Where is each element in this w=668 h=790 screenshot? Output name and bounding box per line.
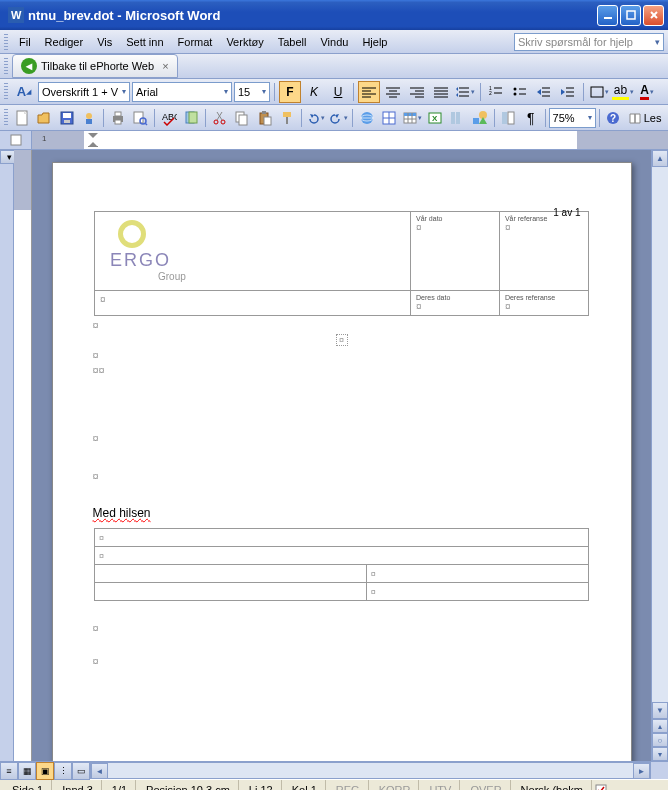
menu-file[interactable]: Fil (12, 34, 38, 50)
signature-table[interactable]: ¤ ¤ ¤ ¤ (94, 528, 589, 601)
save-button[interactable] (56, 107, 78, 129)
page[interactable]: 1 av 1 ERGO Group Vår dato ¤ (52, 162, 632, 761)
new-doc-button[interactable] (11, 107, 33, 129)
menu-tools[interactable]: Verktøy (219, 34, 270, 50)
insert-table-button[interactable]: ▾ (401, 107, 423, 129)
table-cell[interactable]: ¤ (366, 583, 588, 601)
normal-view-button[interactable]: ≡ (0, 762, 18, 780)
italic-button[interactable]: K (303, 81, 325, 103)
drawing-button[interactable] (469, 107, 491, 129)
menu-table[interactable]: Tabell (271, 34, 314, 50)
your-ref-cell[interactable]: Deres referanse ¤ (499, 291, 588, 316)
bold-button[interactable]: F (279, 81, 301, 103)
back-to-ephorte-button[interactable]: ◄ Tilbake til ePhorte Web × (12, 54, 178, 78)
align-center-button[interactable] (382, 81, 404, 103)
status-page[interactable]: Side 1 (4, 780, 52, 790)
borders-button[interactable]: ▾ (588, 81, 610, 103)
read-mode-button[interactable]: Les (625, 107, 664, 129)
our-ref-cell[interactable]: Vår referanse ¤ (499, 212, 588, 291)
table-cell[interactable] (95, 583, 367, 601)
help-search-box[interactable]: Skriv spørsmål for hjelp ▾ (514, 33, 664, 51)
your-date-cell[interactable]: Deres dato ¤ (411, 291, 500, 316)
columns-button[interactable] (447, 107, 469, 129)
status-language[interactable]: Norsk (bokm (513, 780, 592, 790)
our-date-cell[interactable]: Vår dato ¤ (411, 212, 500, 291)
document-map-button[interactable] (498, 107, 520, 129)
insert-excel-button[interactable]: X (424, 107, 446, 129)
minimize-button[interactable] (597, 5, 618, 26)
decrease-indent-button[interactable] (533, 81, 555, 103)
letterhead-table[interactable]: ERGO Group Vår dato ¤ Vår referanse ¤ ¤ (94, 211, 589, 316)
font-combo[interactable]: Arial▾ (132, 82, 232, 102)
zoom-combo[interactable]: 75%▾ (549, 108, 596, 128)
close-button[interactable] (643, 5, 664, 26)
underline-button[interactable]: U (327, 81, 349, 103)
align-left-button[interactable] (358, 81, 380, 103)
help-button[interactable]: ? (603, 107, 625, 129)
horizontal-ruler[interactable]: 1 (32, 131, 668, 149)
menu-help[interactable]: Hjelp (355, 34, 394, 50)
next-page-button[interactable]: ▾ (652, 747, 668, 761)
outline-view-button[interactable]: ⋮ (54, 762, 72, 780)
spellcheck-icon[interactable] (594, 783, 610, 791)
numbered-list-button[interactable]: 12 (485, 81, 507, 103)
status-trk[interactable]: KORR (371, 780, 420, 790)
status-section[interactable]: Innd 3 (54, 780, 102, 790)
cut-button[interactable] (209, 107, 231, 129)
address-cell[interactable]: ¤ (95, 291, 411, 316)
status-ext[interactable]: UTV (421, 780, 460, 790)
menu-edit[interactable]: Rediger (38, 34, 91, 50)
document-scroll[interactable]: 1 av 1 ERGO Group Vår dato ¤ (32, 150, 651, 761)
align-right-button[interactable] (406, 81, 428, 103)
spelling-button[interactable]: ABC (158, 107, 180, 129)
status-position[interactable]: Posisjon 10,3 cm (138, 780, 239, 790)
tables-borders-button[interactable] (378, 107, 400, 129)
open-button[interactable] (33, 107, 55, 129)
scroll-left-button[interactable]: ◄ (91, 763, 108, 779)
increase-indent-button[interactable] (557, 81, 579, 103)
toolbar-handle[interactable] (4, 109, 8, 127)
print-layout-button[interactable]: ▣ (36, 762, 54, 780)
status-line[interactable]: Li 12 (241, 780, 282, 790)
closing-text[interactable]: Med hilsen (93, 506, 591, 520)
menu-window[interactable]: Vindu (313, 34, 355, 50)
font-size-combo[interactable]: 15▾ (234, 82, 270, 102)
maximize-button[interactable] (620, 5, 641, 26)
table-cell[interactable]: ¤ (366, 565, 588, 583)
toolbar-handle[interactable] (4, 58, 8, 74)
styles-pane-button[interactable]: A◢ (12, 81, 36, 103)
tab-close-icon[interactable]: × (162, 60, 168, 72)
status-ovr[interactable]: OVER (462, 780, 510, 790)
copy-button[interactable] (231, 107, 253, 129)
vertical-ruler[interactable] (14, 150, 32, 761)
vertical-scrollbar[interactable]: ▲ ▼ ▴ ○ ▾ (651, 150, 668, 761)
table-cell[interactable]: ¤ (95, 547, 589, 565)
format-painter-button[interactable] (276, 107, 298, 129)
style-combo[interactable]: Overskrift 1 + V▾ (38, 82, 130, 102)
research-button[interactable] (180, 107, 202, 129)
table-cell[interactable]: ¤ (95, 529, 589, 547)
line-spacing-button[interactable]: ▾ (454, 81, 476, 103)
scroll-track[interactable] (652, 167, 668, 702)
highlight-button[interactable]: ab▾ (612, 81, 634, 103)
hyperlink-button[interactable] (356, 107, 378, 129)
horizontal-scrollbar[interactable]: ◄ ► (90, 762, 651, 779)
toolbar-handle[interactable] (4, 34, 8, 50)
print-button[interactable] (107, 107, 129, 129)
toolbar-handle[interactable] (4, 83, 8, 101)
permission-button[interactable] (78, 107, 100, 129)
status-col[interactable]: Kol 1 (284, 780, 326, 790)
menu-insert[interactable]: Sett inn (119, 34, 170, 50)
status-pages[interactable]: 1/1 (104, 780, 136, 790)
prev-page-button[interactable]: ▴ (652, 719, 668, 733)
scroll-down-button[interactable]: ▼ (652, 702, 668, 719)
paste-button[interactable] (254, 107, 276, 129)
print-preview-button[interactable] (129, 107, 151, 129)
scroll-up-button[interactable]: ▲ (652, 150, 668, 167)
logo-cell[interactable]: ERGO Group (95, 212, 411, 291)
menu-view[interactable]: Vis (90, 34, 119, 50)
show-paragraph-button[interactable]: ¶ (520, 107, 542, 129)
redo-button[interactable]: ▾ (327, 107, 349, 129)
undo-button[interactable]: ▾ (305, 107, 327, 129)
reading-view-button[interactable]: ▭ (72, 762, 90, 780)
